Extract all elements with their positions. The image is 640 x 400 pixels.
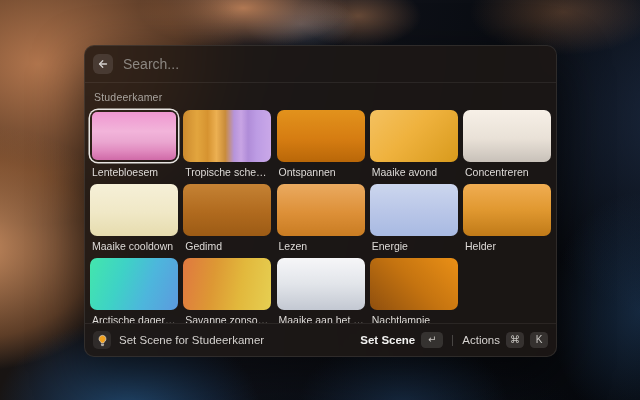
scene-thumbnail-frame [370, 258, 458, 310]
scene-tile[interactable]: Nachtlampje [370, 258, 458, 323]
scene-name: Lezen [277, 240, 365, 252]
scene-thumbnail [277, 110, 365, 162]
scene-tile[interactable]: Tropische schemering [183, 110, 271, 178]
scene-thumbnail-frame [183, 110, 271, 162]
scene-tile[interactable]: Lezen [277, 184, 365, 252]
scene-tile[interactable]: Helder [463, 184, 551, 252]
scene-name: Maaike avond [370, 166, 458, 178]
scene-name: Ontspannen [277, 166, 365, 178]
scene-thumbnail-frame [90, 258, 178, 310]
lightbulb-icon [93, 331, 111, 349]
scene-tile[interactable]: Ontspannen [277, 110, 365, 178]
k-key-badge: K [530, 332, 548, 348]
scene-thumbnail [463, 110, 551, 162]
scene-thumbnail [183, 184, 271, 236]
scene-thumbnail [90, 258, 178, 310]
scene-thumbnail-frame [183, 258, 271, 310]
enter-key-badge: ↵ [421, 332, 443, 348]
scene-thumbnail-frame [463, 184, 551, 236]
scene-thumbnail-frame [277, 110, 365, 162]
command-key-badge: ⌘ [506, 332, 524, 348]
scene-thumbnail [183, 258, 271, 310]
scene-name: Nachtlampje [370, 314, 458, 323]
scene-tile[interactable]: Maaike aan het werk [277, 258, 365, 323]
footer-bar: Set Scene for Studeerkamer Set Scene ↵ A… [85, 323, 556, 356]
scene-tile[interactable]: Maaike avond [370, 110, 458, 178]
section-title: Studeerkamer [94, 91, 551, 103]
footer-separator [452, 335, 453, 346]
scene-thumbnail [277, 258, 365, 310]
scene-thumbnail [463, 184, 551, 236]
scene-thumbnail [92, 112, 176, 160]
scene-name: Helder [463, 240, 551, 252]
scene-thumbnail [90, 184, 178, 236]
scene-thumbnail [370, 110, 458, 162]
scene-thumbnail-frame [370, 110, 458, 162]
scene-name: Arctische dageraad [90, 314, 178, 323]
scene-thumbnail-frame [90, 110, 178, 162]
scene-thumbnail-frame [277, 184, 365, 236]
scene-tile[interactable]: Concentreren [463, 110, 551, 178]
scene-tile[interactable]: Lentebloesem [90, 110, 178, 178]
scene-name: Maaike cooldown [90, 240, 178, 252]
scene-name: Concentreren [463, 166, 551, 178]
footer-status: Set Scene for Studeerkamer [119, 334, 264, 346]
scene-picker-window: Studeerkamer Lentebloesem Tropische sche… [84, 45, 557, 357]
scene-thumbnail-frame [370, 184, 458, 236]
scene-name: Savanne zonsonderg… [183, 314, 271, 323]
scene-thumbnail [370, 184, 458, 236]
search-input[interactable] [123, 56, 548, 72]
scene-name: Energie [370, 240, 458, 252]
results-area: Studeerkamer Lentebloesem Tropische sche… [85, 83, 556, 323]
scene-name: Gedimd [183, 240, 271, 252]
scene-tile[interactable]: Arctische dageraad [90, 258, 178, 323]
scene-thumbnail-frame [463, 110, 551, 162]
scene-tile[interactable]: Maaike cooldown [90, 184, 178, 252]
actions-button[interactable]: Actions ⌘ K [462, 332, 548, 348]
back-arrow-icon [97, 58, 109, 70]
scene-tile[interactable]: Gedimd [183, 184, 271, 252]
scene-tile[interactable]: Savanne zonsonderg… [183, 258, 271, 323]
scene-thumbnail-frame [183, 184, 271, 236]
scene-thumbnail [183, 110, 271, 162]
set-scene-button[interactable]: Set Scene ↵ [360, 332, 443, 348]
search-bar [85, 46, 556, 83]
scene-thumbnail-frame [277, 258, 365, 310]
scene-thumbnail [370, 258, 458, 310]
scene-tile[interactable]: Energie [370, 184, 458, 252]
scene-thumbnail-frame [90, 184, 178, 236]
set-scene-label: Set Scene [360, 334, 415, 346]
scene-name: Tropische schemering [183, 166, 271, 178]
back-button[interactable] [93, 54, 113, 74]
scene-thumbnail [277, 184, 365, 236]
scene-name: Lentebloesem [90, 166, 178, 178]
actions-label: Actions [462, 334, 500, 346]
scene-grid: Lentebloesem Tropische schemering Ontspa… [90, 110, 551, 323]
footer-actions: Set Scene ↵ Actions ⌘ K [360, 332, 548, 348]
scene-name: Maaike aan het werk [277, 314, 365, 323]
